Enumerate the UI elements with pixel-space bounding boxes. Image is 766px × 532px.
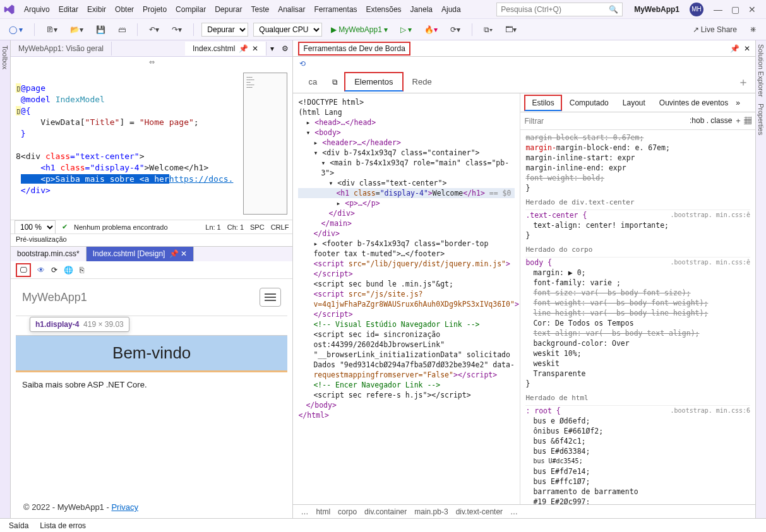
preview-footer: © 2022 - MyWebApp1 - Privacy — [23, 502, 138, 512]
menubar: Arquivo Editar Exibir Obter Projeto Comp… — [20, 3, 491, 16]
line-label: Ln: 1 — [205, 223, 220, 231]
tab-overflow-icon[interactable]: ▾ — [266, 44, 278, 53]
search-input[interactable] — [501, 5, 609, 14]
close-icon[interactable]: ✕ — [748, 4, 756, 15]
add-tab-icon[interactable]: ＋ — [738, 74, 749, 90]
minimap[interactable]: ▬▬▬▬▬▬▬▬▬▬▬▬▬▬▬▬ — [243, 73, 287, 215]
preview-subtitle: Saiba mais sobre ASP .NET Core. — [11, 379, 292, 391]
devtools-close-icon[interactable]: ✕ — [744, 44, 750, 53]
pin-icon[interactable]: 📌 — [730, 44, 739, 53]
code-editor[interactable]: ▯@page @model IndexModel ▯@{ ViewData["T… — [11, 68, 292, 220]
menu-janela[interactable]: Janela — [407, 3, 436, 16]
spc-label: SPC — [250, 223, 265, 231]
admin-icon[interactable]: ⛯ — [746, 23, 761, 36]
devtools-tabs: ca ⧉ Elementos Rede ＋ — [293, 71, 755, 93]
inspect-element-icon[interactable]: ⧉ — [326, 78, 344, 86]
menu-exibir[interactable]: Exibir — [83, 3, 110, 16]
undo-button[interactable]: ↶▾ — [145, 23, 163, 36]
privacy-link[interactable]: Privacy — [111, 502, 138, 512]
avatar[interactable]: MH — [690, 3, 703, 16]
copy-icon[interactable]: ⎘ — [80, 266, 84, 275]
output-error-tabs: Saída Lista de erros — [0, 518, 766, 532]
toolbox-sidebar-tab[interactable]: Toolbox — [0, 40, 11, 518]
tab-index-cshtml[interactable]: Index.cshtml 📌 ✕ — [185, 42, 266, 56]
menu-extensoes[interactable]: Extensões — [362, 3, 405, 16]
pin-icon[interactable]: 📌 — [239, 44, 248, 53]
reload-icon[interactable]: ⟳ — [51, 266, 57, 275]
editor-status-row: 100 % ✔ Nenhum problema encontrado Ln: 1… — [11, 220, 292, 233]
visual-studio-icon — [4, 4, 15, 15]
menu-obter[interactable]: Obter — [111, 3, 138, 16]
preview-tab-label[interactable]: Pré-visualização — [11, 233, 292, 246]
redo-button[interactable]: ↷▾ — [168, 23, 186, 36]
more-icon[interactable]: » — [736, 98, 740, 107]
dt-tab-network[interactable]: Rede — [404, 73, 441, 90]
minimize-icon[interactable]: — — [714, 4, 722, 15]
col-label: Ch: 1 — [227, 223, 244, 231]
config-select[interactable]: Depurar — [201, 23, 248, 37]
back-arrow-icon[interactable]: ⟲ — [293, 57, 755, 71]
zoom-select[interactable]: 100 % — [15, 220, 56, 234]
solution-name: MyWebApp1 — [628, 5, 686, 14]
platform-select[interactable]: Qualquer CPU — [253, 23, 322, 37]
tab-overview[interactable]: MyWebApp1: Visão geral — [11, 42, 112, 56]
menu-ferramentas[interactable]: Ferramentas — [311, 3, 361, 16]
styles-tab-computado[interactable]: Computado — [563, 96, 615, 110]
menu-compilar[interactable]: Compilar — [172, 3, 210, 16]
preview-app-title: MyWebApp1 — [22, 291, 87, 304]
styles-tab-layout[interactable]: Layout — [616, 96, 652, 110]
titlebar: Arquivo Editar Exibir Obter Projeto Comp… — [0, 0, 766, 19]
run-button[interactable]: ▶ MyWebApp1 ▾ — [327, 23, 391, 36]
split-handle-icon[interactable]: ⇔ — [11, 57, 292, 68]
browser-link-button[interactable]: ⧉▾ — [480, 23, 496, 36]
styles-tab-eventos[interactable]: Ouvintes de eventos — [653, 96, 734, 110]
search-icon: 🔍 — [609, 5, 618, 14]
hamburger-icon[interactable] — [260, 288, 281, 307]
dom-breadcrumbs[interactable]: … html corpo div.container main.pb-3 div… — [293, 504, 755, 518]
menu-editar[interactable]: Editar — [55, 3, 82, 16]
save-button[interactable]: 💾 — [92, 23, 109, 36]
solution-explorer-sidebar-tab[interactable]: Solution Explorer — [757, 44, 765, 97]
live-share-button[interactable]: ↗ Live Share — [689, 23, 741, 36]
tab-lista-erros[interactable]: Lista de erros — [40, 521, 86, 530]
menu-projeto[interactable]: Projeto — [139, 3, 171, 16]
styles-filter-input[interactable] — [524, 117, 619, 126]
dt-tab-elements[interactable]: Elementos — [344, 72, 403, 92]
devtools-titlebar: Ferramentas de Dev de Borda 📌 ✕ — [293, 40, 755, 57]
browser-icon[interactable]: 🌐 — [64, 266, 73, 275]
run-noconfig-button[interactable]: ▷ ▾ — [397, 23, 416, 36]
refresh-button[interactable]: ⟳▾ — [446, 23, 464, 36]
open-button[interactable]: 📂▾ — [66, 23, 87, 36]
hot-reload-button[interactable]: 🔥▾ — [421, 23, 441, 36]
gear-icon[interactable]: ⚙ — [278, 44, 292, 53]
maximize-icon[interactable]: ▢ — [731, 4, 739, 15]
tab-saida[interactable]: Saída — [9, 521, 28, 530]
menu-teste[interactable]: Teste — [247, 3, 273, 16]
search-box[interactable]: 🔍 — [496, 3, 623, 16]
dom-tree[interactable]: <!DOCTYPE html> (html Lang ▸ <head>…</he… — [293, 93, 520, 504]
hov-cls-label[interactable]: :hob . classe ＋ ▦ — [690, 115, 751, 126]
styles-tabs: Estilos Computado Layout Ouvintes de eve… — [520, 93, 755, 112]
properties-sidebar-tab[interactable]: Properties — [757, 103, 765, 135]
lower-tabstrip: bootstrap.min.css* Index.cshtml [Design]… — [11, 246, 292, 261]
inspect-icon[interactable]: 👁 — [37, 266, 45, 275]
back-button[interactable]: ◯ ▾ — [5, 23, 27, 36]
web-toolbar-button[interactable]: 🗔▾ — [501, 23, 520, 36]
desktop-view-button[interactable]: 🖵 — [16, 263, 31, 277]
problems-label: Nenhum problema encontrado — [74, 223, 168, 231]
menu-depurar[interactable]: Depurar — [211, 3, 246, 16]
menu-analisar[interactable]: Analisar — [274, 3, 309, 16]
menu-ajuda[interactable]: Ajuda — [438, 3, 465, 16]
save-all-button[interactable]: 🗃 — [114, 23, 129, 36]
styles-rules[interactable]: margin-block-start: 0.67em; margin-margi… — [520, 130, 755, 504]
tab-bootstrap-css[interactable]: bootstrap.min.css* — [11, 247, 87, 261]
new-item-button[interactable]: 🖹▾ — [42, 23, 61, 36]
close-tab-icon[interactable]: ✕ — [252, 44, 258, 53]
tab-design[interactable]: Index.cshtml [Design] 📌 ✕ — [87, 247, 194, 261]
editor-tabstrip: MyWebApp1: Visão geral Index.cshtml 📌 ✕ … — [11, 40, 292, 57]
menu-arquivo[interactable]: Arquivo — [20, 3, 54, 16]
devtools-title-label: Ferramentas de Dev de Borda — [298, 42, 410, 56]
dt-tab-welcome[interactable]: ca — [299, 73, 326, 90]
styles-tab-estilos[interactable]: Estilos — [524, 95, 561, 111]
preview-pane[interactable]: MyWebApp1 h1.display-4 419 × 39.03 Bem-v… — [11, 279, 292, 518]
